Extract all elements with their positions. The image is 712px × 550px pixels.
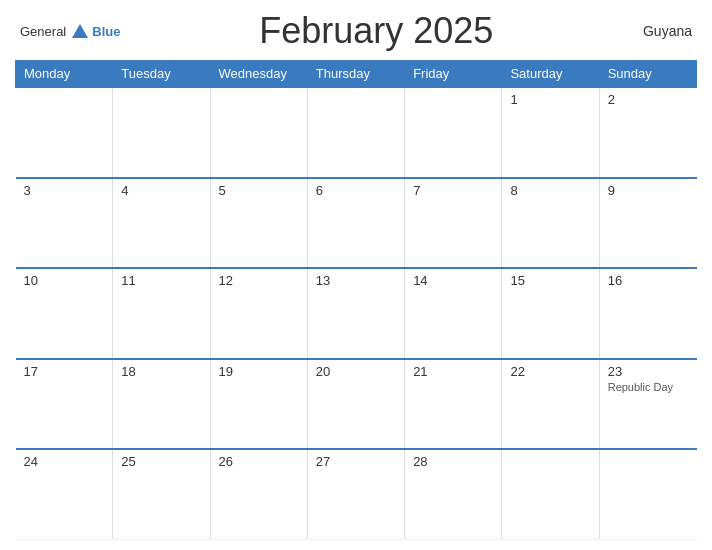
day-number: 2 <box>608 92 689 107</box>
logo-triangle-icon <box>72 24 88 38</box>
calendar-cell <box>599 449 696 540</box>
day-number: 22 <box>510 364 590 379</box>
calendar-cell: 18 <box>113 359 210 450</box>
calendar-cell: 15 <box>502 268 599 359</box>
day-number: 8 <box>510 183 590 198</box>
calendar-cell: 14 <box>405 268 502 359</box>
day-number: 6 <box>316 183 396 198</box>
calendar-cell: 16 <box>599 268 696 359</box>
weekday-header-thursday: Thursday <box>307 61 404 88</box>
weekday-header-monday: Monday <box>16 61 113 88</box>
month-title: February 2025 <box>120 10 632 52</box>
day-number: 17 <box>24 364 105 379</box>
day-number: 19 <box>219 364 299 379</box>
day-number: 11 <box>121 273 201 288</box>
calendar-cell: 22 <box>502 359 599 450</box>
weekday-header-tuesday: Tuesday <box>113 61 210 88</box>
day-number: 4 <box>121 183 201 198</box>
country-label: Guyana <box>632 23 692 39</box>
day-number: 26 <box>219 454 299 469</box>
calendar-cell: 9 <box>599 178 696 269</box>
weekday-header-saturday: Saturday <box>502 61 599 88</box>
calendar-cell: 23Republic Day <box>599 359 696 450</box>
calendar-week-row: 12 <box>16 87 697 178</box>
calendar-cell <box>405 87 502 178</box>
logo: General Blue <box>20 24 120 39</box>
day-number: 15 <box>510 273 590 288</box>
weekday-header-row: MondayTuesdayWednesdayThursdayFridaySatu… <box>16 61 697 88</box>
day-number: 1 <box>510 92 590 107</box>
day-number: 12 <box>219 273 299 288</box>
calendar-cell: 12 <box>210 268 307 359</box>
day-number: 7 <box>413 183 493 198</box>
calendar-cell: 19 <box>210 359 307 450</box>
calendar-cell: 25 <box>113 449 210 540</box>
calendar-cell <box>502 449 599 540</box>
calendar-cell <box>113 87 210 178</box>
calendar-cell: 20 <box>307 359 404 450</box>
calendar-cell: 2 <box>599 87 696 178</box>
calendar-week-row: 2425262728 <box>16 449 697 540</box>
day-number: 10 <box>24 273 105 288</box>
day-number: 24 <box>24 454 105 469</box>
calendar-cell <box>16 87 113 178</box>
day-number: 21 <box>413 364 493 379</box>
calendar-cell: 26 <box>210 449 307 540</box>
calendar-cell: 3 <box>16 178 113 269</box>
calendar-cell: 8 <box>502 178 599 269</box>
day-number: 3 <box>24 183 105 198</box>
calendar-cell: 11 <box>113 268 210 359</box>
calendar-week-row: 3456789 <box>16 178 697 269</box>
calendar-header: General Blue February 2025 Guyana <box>15 10 697 52</box>
day-number: 20 <box>316 364 396 379</box>
calendar-cell <box>307 87 404 178</box>
calendar-container: General Blue February 2025 Guyana Monday… <box>0 0 712 550</box>
calendar-cell: 13 <box>307 268 404 359</box>
calendar-cell: 1 <box>502 87 599 178</box>
day-number: 16 <box>608 273 689 288</box>
day-number: 18 <box>121 364 201 379</box>
calendar-cell: 6 <box>307 178 404 269</box>
weekday-header-sunday: Sunday <box>599 61 696 88</box>
calendar-cell: 5 <box>210 178 307 269</box>
day-number: 14 <box>413 273 493 288</box>
calendar-cell: 21 <box>405 359 502 450</box>
calendar-cell: 10 <box>16 268 113 359</box>
weekday-header-friday: Friday <box>405 61 502 88</box>
calendar-cell <box>210 87 307 178</box>
calendar-cell: 7 <box>405 178 502 269</box>
calendar-cell: 4 <box>113 178 210 269</box>
day-number: 27 <box>316 454 396 469</box>
weekday-header-wednesday: Wednesday <box>210 61 307 88</box>
day-number: 25 <box>121 454 201 469</box>
calendar-cell: 24 <box>16 449 113 540</box>
day-number: 28 <box>413 454 493 469</box>
logo-general-text: General <box>20 24 66 39</box>
calendar-table: MondayTuesdayWednesdayThursdayFridaySatu… <box>15 60 697 540</box>
day-number: 13 <box>316 273 396 288</box>
calendar-week-row: 10111213141516 <box>16 268 697 359</box>
calendar-cell: 17 <box>16 359 113 450</box>
day-number: 23 <box>608 364 689 379</box>
calendar-cell: 27 <box>307 449 404 540</box>
event-label: Republic Day <box>608 381 689 393</box>
calendar-cell: 28 <box>405 449 502 540</box>
logo-blue-text: Blue <box>92 24 120 39</box>
day-number: 9 <box>608 183 689 198</box>
calendar-week-row: 17181920212223Republic Day <box>16 359 697 450</box>
day-number: 5 <box>219 183 299 198</box>
